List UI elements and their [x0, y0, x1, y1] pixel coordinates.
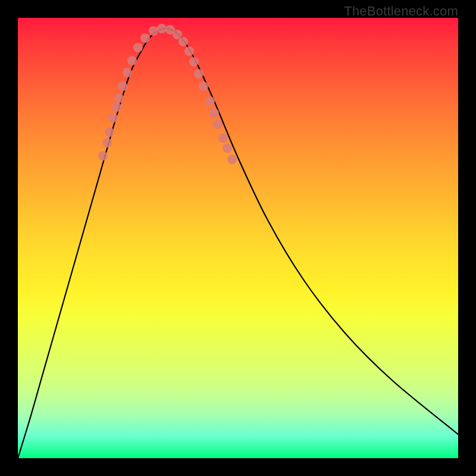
chart-frame: TheBottleneck.com: [0, 0, 476, 476]
data-dot: [102, 138, 112, 148]
data-dot: [189, 57, 199, 67]
data-dot: [118, 82, 127, 91]
data-dot: [205, 96, 215, 106]
data-dot: [227, 155, 237, 164]
data-dot: [140, 33, 150, 43]
curve-layer: [18, 18, 458, 458]
data-dot: [218, 133, 228, 143]
data-dot: [209, 108, 219, 118]
bottleneck-curve: [18, 29, 458, 458]
data-dot: [157, 24, 167, 33]
data-dot: [213, 120, 223, 129]
data-dot: [105, 127, 114, 137]
data-dot: [123, 68, 132, 77]
data-dot: [223, 143, 232, 153]
data-dot: [149, 26, 158, 36]
data-dot: [114, 93, 124, 103]
data-dot: [112, 102, 121, 112]
data-dot: [133, 43, 143, 52]
data-dot: [178, 37, 188, 46]
data-dot: [127, 56, 137, 65]
data-dot: [98, 151, 108, 161]
curve-dots: [98, 24, 237, 164]
watermark-text: TheBottleneck.com: [344, 4, 458, 19]
data-dot: [184, 46, 194, 56]
data-dot: [108, 113, 118, 123]
plot-area: [18, 18, 458, 458]
data-dot: [194, 69, 203, 79]
data-dot: [199, 82, 208, 91]
